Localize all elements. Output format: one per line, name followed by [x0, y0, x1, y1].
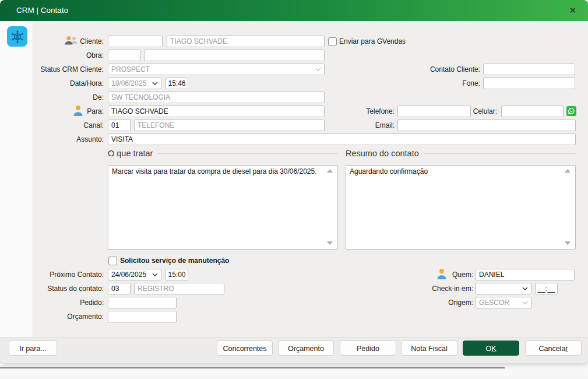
pedido-button[interactable]: Pedido	[340, 341, 396, 356]
scroll-up-icon[interactable]	[327, 169, 333, 173]
proximo-hora-input[interactable]	[166, 269, 188, 280]
de-label: De:	[0, 92, 104, 103]
nota-fiscal-button[interactable]: Nota Fiscal	[401, 341, 457, 356]
pedido-label: Pedido:	[0, 297, 104, 308]
canal-label: Canal:	[0, 120, 104, 131]
obra-name-input[interactable]	[144, 50, 325, 61]
status-crm-label: Status CRM Cliente:	[0, 64, 104, 75]
data-select[interactable]: 18/06/2025	[108, 78, 161, 89]
title-bar: CRM | Contato ✕	[0, 0, 588, 21]
cancelar-button[interactable]: Cancelar	[525, 341, 582, 356]
enviar-gvendas-checkbox[interactable]	[328, 37, 337, 46]
orcamento-button[interactable]: Orçamento	[278, 341, 334, 356]
pedido-input[interactable]	[108, 297, 177, 308]
obra-label: Obra:	[0, 50, 104, 61]
contato-cliente-label: Contato Cliente:	[402, 64, 480, 75]
enviar-gvendas-label: Enviar para GVendas	[339, 36, 406, 47]
resumo-textarea[interactable]: Aguardando confirmação	[346, 165, 576, 250]
whatsapp-icon[interactable]	[566, 106, 576, 116]
ir-para-button[interactable]: Ir para...	[9, 341, 57, 356]
status-contato-name-input[interactable]	[134, 283, 224, 294]
status-contato-code-input[interactable]	[108, 283, 131, 294]
quem-label: Quem:	[408, 269, 473, 280]
cliente-name-input[interactable]	[167, 36, 325, 47]
obra-code-input[interactable]	[108, 50, 140, 61]
checkin-time-input[interactable]	[535, 283, 558, 294]
window-title: CRM | Contato	[16, 0, 68, 21]
cliente-label: Cliente:	[0, 36, 104, 47]
chevron-down-icon	[152, 273, 158, 276]
close-icon[interactable]: ✕	[566, 0, 579, 21]
window-bottom-shadow	[0, 367, 505, 369]
quem-input[interactable]	[476, 269, 575, 280]
email-label: Email:	[326, 120, 395, 131]
status-crm-select[interactable]: PROSPECT	[108, 64, 325, 75]
proximo-contato-label: Próximo Contato:	[0, 269, 104, 280]
scroll-down-icon[interactable]	[327, 241, 333, 245]
scroll-up-icon[interactable]	[565, 169, 571, 173]
email-input[interactable]	[397, 120, 576, 131]
orcamento-input[interactable]	[108, 311, 177, 322]
cliente-code-input[interactable]	[108, 36, 163, 47]
background-divider	[0, 377, 588, 377]
data-hora-label: Data/Hora:	[0, 78, 104, 89]
telefone-label: Telefone:	[326, 106, 395, 117]
assunto-input[interactable]	[108, 134, 576, 145]
checkin-select[interactable]	[476, 283, 531, 294]
o-que-tratar-group-title: O que tratar	[108, 148, 338, 159]
de-input[interactable]	[108, 92, 325, 103]
chevron-down-icon	[522, 301, 528, 304]
celular-input[interactable]	[501, 106, 564, 117]
chevron-down-icon	[152, 82, 158, 85]
chevron-down-icon	[315, 68, 321, 71]
ok-button[interactable]: OK	[463, 341, 519, 356]
origem-select[interactable]: GESCOR	[476, 297, 531, 308]
hora-input[interactable]	[166, 78, 188, 89]
fone-input[interactable]	[483, 78, 575, 89]
footer: Ir para... Concorrentes Orçamento Pedido…	[0, 337, 588, 363]
celular-label: Celular:	[443, 106, 497, 117]
origem-label: Origem:	[408, 297, 473, 308]
concorrentes-button[interactable]: Concorrentes	[217, 341, 273, 356]
canal-name-input[interactable]	[134, 120, 325, 131]
canal-code-input[interactable]	[108, 120, 131, 131]
orcamento-label: Orçamento:	[0, 311, 104, 322]
crm-contato-dialog: CRM | Contato ✕ Cliente:	[0, 0, 588, 363]
contato-cliente-input[interactable]	[483, 64, 575, 75]
checkin-label: Check-in em:	[408, 283, 473, 294]
assunto-label: Assunto:	[0, 134, 104, 145]
resumo-group-title: Resumo do contato	[346, 148, 576, 159]
manutencao-label: Solicitou serviço de manutenção	[120, 255, 229, 266]
scroll-down-icon[interactable]	[565, 241, 571, 245]
status-contato-label: Status do contato:	[0, 283, 104, 294]
proximo-data-select[interactable]: 24/06/2025	[108, 269, 161, 280]
chevron-down-icon	[522, 287, 528, 290]
para-label: Para:	[0, 106, 104, 117]
fone-label: Fone:	[402, 78, 480, 89]
o-que-tratar-textarea[interactable]: Marcar visita para tratar da compra de d…	[108, 165, 338, 250]
manutencao-checkbox[interactable]	[108, 257, 117, 265]
para-input[interactable]	[108, 106, 325, 117]
